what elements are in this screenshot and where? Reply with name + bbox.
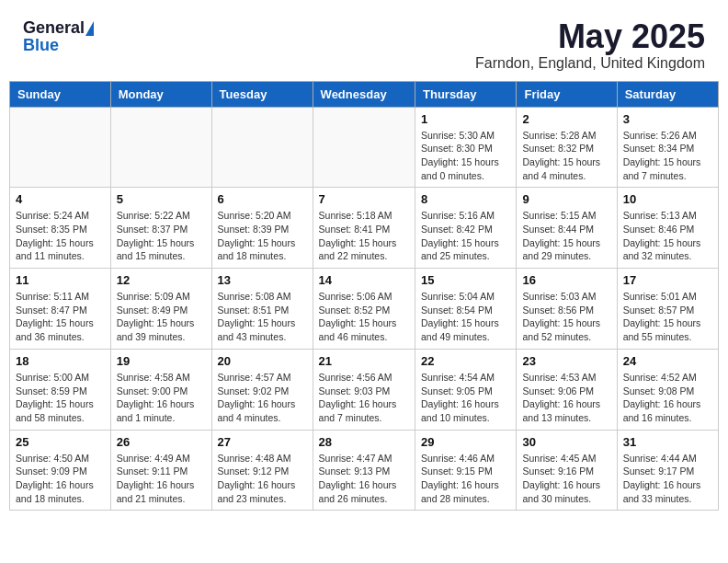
day-info: Sunrise: 4:46 AM Sunset: 9:15 PM Dayligh…: [421, 452, 510, 506]
calendar-cell: 9Sunrise: 5:15 AM Sunset: 8:44 PM Daylig…: [517, 188, 617, 269]
calendar-cell: 14Sunrise: 5:06 AM Sunset: 8:52 PM Dayli…: [313, 269, 415, 350]
calendar-table: SundayMondayTuesdayWednesdayThursdayFrid…: [9, 81, 719, 511]
calendar-cell: [110, 107, 211, 188]
calendar-header-row: SundayMondayTuesdayWednesdayThursdayFrid…: [10, 81, 719, 107]
weekday-header-sunday: Sunday: [10, 81, 111, 107]
day-info: Sunrise: 5:11 AM Sunset: 8:47 PM Dayligh…: [16, 290, 105, 344]
day-number: 10: [623, 192, 712, 206]
calendar-cell: 23Sunrise: 4:53 AM Sunset: 9:06 PM Dayli…: [517, 349, 617, 430]
day-number: 24: [623, 354, 712, 368]
day-info: Sunrise: 5:13 AM Sunset: 8:46 PM Dayligh…: [623, 209, 712, 263]
calendar-week-row-5: 25Sunrise: 4:50 AM Sunset: 9:09 PM Dayli…: [10, 430, 719, 511]
calendar-cell: 27Sunrise: 4:48 AM Sunset: 9:12 PM Dayli…: [211, 430, 313, 511]
weekday-header-thursday: Thursday: [415, 81, 517, 107]
day-number: 31: [623, 435, 712, 449]
day-info: Sunrise: 4:44 AM Sunset: 9:17 PM Dayligh…: [623, 452, 712, 506]
logo-general-text: General: [23, 18, 85, 38]
calendar-cell: 7Sunrise: 5:18 AM Sunset: 8:41 PM Daylig…: [313, 188, 415, 269]
day-info: Sunrise: 5:28 AM Sunset: 8:32 PM Dayligh…: [522, 129, 610, 183]
day-number: 22: [421, 354, 510, 368]
day-number: 11: [16, 273, 105, 287]
day-info: Sunrise: 5:06 AM Sunset: 8:52 PM Dayligh…: [319, 290, 409, 344]
calendar-week-row-2: 4Sunrise: 5:24 AM Sunset: 8:35 PM Daylig…: [10, 188, 719, 269]
calendar-cell: 21Sunrise: 4:56 AM Sunset: 9:03 PM Dayli…: [313, 349, 415, 430]
day-info: Sunrise: 4:57 AM Sunset: 9:02 PM Dayligh…: [218, 371, 307, 425]
calendar-cell: 22Sunrise: 4:54 AM Sunset: 9:05 PM Dayli…: [415, 349, 517, 430]
day-number: 6: [218, 192, 307, 206]
calendar-cell: 17Sunrise: 5:01 AM Sunset: 8:57 PM Dayli…: [617, 269, 718, 350]
logo: General Blue: [23, 18, 94, 55]
calendar-cell: 24Sunrise: 4:52 AM Sunset: 9:08 PM Dayli…: [617, 349, 718, 430]
calendar-cell: 31Sunrise: 4:44 AM Sunset: 9:17 PM Dayli…: [617, 430, 718, 511]
day-info: Sunrise: 5:03 AM Sunset: 8:56 PM Dayligh…: [522, 290, 610, 344]
day-number: 5: [117, 192, 206, 206]
day-number: 9: [522, 192, 610, 206]
day-info: Sunrise: 5:22 AM Sunset: 8:37 PM Dayligh…: [117, 209, 206, 263]
day-number: 19: [117, 354, 206, 368]
calendar-cell: 28Sunrise: 4:47 AM Sunset: 9:13 PM Dayli…: [313, 430, 415, 511]
day-info: Sunrise: 5:08 AM Sunset: 8:51 PM Dayligh…: [218, 290, 307, 344]
day-number: 16: [522, 273, 610, 287]
day-info: Sunrise: 4:54 AM Sunset: 9:05 PM Dayligh…: [421, 371, 510, 425]
calendar-week-row-1: 1Sunrise: 5:30 AM Sunset: 8:30 PM Daylig…: [10, 107, 719, 188]
weekday-header-friday: Friday: [517, 81, 617, 107]
day-info: Sunrise: 4:58 AM Sunset: 9:00 PM Dayligh…: [117, 371, 206, 425]
calendar-cell: 29Sunrise: 4:46 AM Sunset: 9:15 PM Dayli…: [415, 430, 517, 511]
calendar-cell: 6Sunrise: 5:20 AM Sunset: 8:39 PM Daylig…: [211, 188, 313, 269]
day-number: 8: [421, 192, 510, 206]
day-number: 28: [319, 435, 409, 449]
day-number: 3: [623, 112, 712, 126]
month-title: May 2025: [475, 18, 705, 55]
title-block: May 2025 Farndon, England, United Kingdo…: [475, 18, 705, 72]
day-number: 29: [421, 435, 510, 449]
calendar-cell: 13Sunrise: 5:08 AM Sunset: 8:51 PM Dayli…: [211, 269, 313, 350]
day-info: Sunrise: 5:00 AM Sunset: 8:59 PM Dayligh…: [16, 371, 105, 425]
calendar-cell: 19Sunrise: 4:58 AM Sunset: 9:00 PM Dayli…: [110, 349, 211, 430]
calendar-cell: [211, 107, 313, 188]
weekday-header-monday: Monday: [110, 81, 211, 107]
calendar-cell: 25Sunrise: 4:50 AM Sunset: 9:09 PM Dayli…: [10, 430, 111, 511]
day-info: Sunrise: 5:01 AM Sunset: 8:57 PM Dayligh…: [623, 290, 712, 344]
day-number: 27: [218, 435, 307, 449]
day-info: Sunrise: 4:49 AM Sunset: 9:11 PM Dayligh…: [117, 452, 206, 506]
day-number: 20: [218, 354, 307, 368]
calendar-cell: 4Sunrise: 5:24 AM Sunset: 8:35 PM Daylig…: [10, 188, 111, 269]
day-info: Sunrise: 4:50 AM Sunset: 9:09 PM Dayligh…: [16, 452, 105, 506]
day-number: 12: [117, 273, 206, 287]
day-info: Sunrise: 5:15 AM Sunset: 8:44 PM Dayligh…: [522, 209, 610, 263]
day-info: Sunrise: 5:30 AM Sunset: 8:30 PM Dayligh…: [421, 129, 510, 183]
day-info: Sunrise: 5:26 AM Sunset: 8:34 PM Dayligh…: [623, 129, 712, 183]
day-number: 23: [522, 354, 610, 368]
day-info: Sunrise: 5:16 AM Sunset: 8:42 PM Dayligh…: [421, 209, 510, 263]
calendar-cell: 20Sunrise: 4:57 AM Sunset: 9:02 PM Dayli…: [211, 349, 313, 430]
logo-triangle-icon: [85, 21, 94, 36]
day-info: Sunrise: 5:18 AM Sunset: 8:41 PM Dayligh…: [319, 209, 409, 263]
day-info: Sunrise: 4:47 AM Sunset: 9:13 PM Dayligh…: [319, 452, 409, 506]
location-text: Farndon, England, United Kingdom: [475, 55, 705, 72]
weekday-header-tuesday: Tuesday: [211, 81, 313, 107]
day-info: Sunrise: 4:48 AM Sunset: 9:12 PM Dayligh…: [218, 452, 307, 506]
day-info: Sunrise: 5:20 AM Sunset: 8:39 PM Dayligh…: [218, 209, 307, 263]
day-info: Sunrise: 5:04 AM Sunset: 8:54 PM Dayligh…: [421, 290, 510, 344]
calendar-cell: [313, 107, 415, 188]
logo-blue-text: Blue: [23, 36, 59, 55]
day-number: 2: [522, 112, 610, 126]
calendar-cell: 30Sunrise: 4:45 AM Sunset: 9:16 PM Dayli…: [517, 430, 617, 511]
day-number: 30: [522, 435, 610, 449]
calendar-cell: 1Sunrise: 5:30 AM Sunset: 8:30 PM Daylig…: [415, 107, 517, 188]
calendar-cell: 8Sunrise: 5:16 AM Sunset: 8:42 PM Daylig…: [415, 188, 517, 269]
day-info: Sunrise: 4:53 AM Sunset: 9:06 PM Dayligh…: [522, 371, 610, 425]
calendar-cell: 26Sunrise: 4:49 AM Sunset: 9:11 PM Dayli…: [110, 430, 211, 511]
day-number: 25: [16, 435, 105, 449]
page-header: General Blue May 2025 Farndon, England, …: [9, 9, 719, 76]
calendar-week-row-4: 18Sunrise: 5:00 AM Sunset: 8:59 PM Dayli…: [10, 349, 719, 430]
calendar-cell: 11Sunrise: 5:11 AM Sunset: 8:47 PM Dayli…: [10, 269, 111, 350]
weekday-header-wednesday: Wednesday: [313, 81, 415, 107]
day-info: Sunrise: 4:52 AM Sunset: 9:08 PM Dayligh…: [623, 371, 712, 425]
day-number: 21: [319, 354, 409, 368]
weekday-header-saturday: Saturday: [617, 81, 718, 107]
calendar-cell: 16Sunrise: 5:03 AM Sunset: 8:56 PM Dayli…: [517, 269, 617, 350]
calendar-cell: 12Sunrise: 5:09 AM Sunset: 8:49 PM Dayli…: [110, 269, 211, 350]
day-info: Sunrise: 5:24 AM Sunset: 8:35 PM Dayligh…: [16, 209, 105, 263]
day-number: 18: [16, 354, 105, 368]
